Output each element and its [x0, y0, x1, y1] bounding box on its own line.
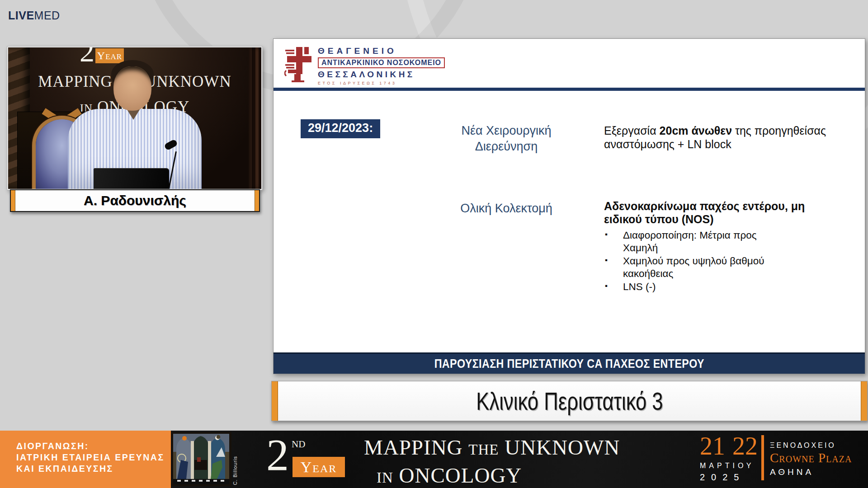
slide-header-divider — [274, 88, 865, 91]
diagnosis-heading: Αδενοκαρκίνωμα παχέος εντέρου, μη ειδικο… — [604, 200, 821, 226]
speaker-video-panel: 2 Year MAPPING THE UNKNOWN IN ONCOLOGY — [7, 47, 262, 190]
slide-caption-bar: Κλινικό Περιστατικό 3 — [271, 381, 868, 421]
conference-title-line2: IN ONCOLOGY — [377, 463, 620, 488]
backdrop-word-mapping: MAPPING — [38, 73, 113, 90]
event-dates: 21 22 ΜΑΡΤΙΟΥ 2025 — [700, 433, 754, 483]
result-row1-pre: Εξεργασία — [604, 124, 660, 137]
speaker-face — [113, 66, 151, 111]
title-word-unknown: UNKNOWN — [505, 436, 620, 459]
event-year: 2025 — [700, 472, 754, 483]
diagnosis-bullet: LNS (-) — [604, 281, 794, 293]
slide-footer-title: ΠΑΡΟΥΣΙΑΣΗ ΠΕΡΙΣΤΑΤΙΚΟΥ CA ΠΑΧΕΟΣ ΕΝΤΕΡΟ… — [434, 357, 704, 371]
organizer-line1: ΙΑΤΡΙΚΗ ΕΤΑΙΡΕΙΑ ΕΡΕΥΝΑΣ — [16, 452, 171, 463]
organizer-label: ΔΙΟΡΓΑΝΩΣΗ: — [16, 441, 171, 452]
badge-year-box: Year — [292, 457, 345, 477]
livemed-logo: LIVEMED — [8, 9, 60, 22]
result-row1: Εξεργασία 20cm άνωθεν της προηγηθείσας α… — [604, 124, 835, 151]
speaker-nameplate: Α. Ραδουνισλής — [10, 189, 260, 212]
presentation-slide: ΘΕΑΓΕΝΕΙΟ ΑΝΤΙΚΑΡΚΙΝΙΚΟ ΝΟΣΟΚΟΜΕΙΟ ΘΕΣΣΑ… — [273, 38, 865, 374]
title-word-oncology: ONCOLOGY — [399, 464, 522, 487]
event-venue: ΞΕΝΟΔΟΧΕΙΟ Crowne Plaza ΑΘΗΝΑ — [770, 441, 852, 477]
procedure-row2: Ολική Κολεκτομή — [443, 201, 570, 216]
venue-name: Crowne Plaza — [770, 450, 852, 465]
hospital-name: ΘΕΑΓΕΝΕΙΟ — [318, 46, 445, 56]
venue-city: ΑΘΗΝΑ — [770, 467, 852, 477]
hospital-founded: ΕΤΟΣ ΙΔΡΥΣΕΩΣ 1743 — [318, 81, 445, 85]
hospital-logo: ΘΕΑΓΕΝΕΙΟ ΑΝΤΙΚΑΡΚΙΝΙΚΟ ΝΟΣΟΚΟΜΕΙΟ ΘΕΣΣΑ… — [284, 46, 445, 85]
badge-ordinal: ND — [292, 439, 305, 450]
title-word-mapping: MAPPING — [364, 436, 463, 459]
event-days: 21 22 — [700, 433, 754, 459]
event-day2: 22 — [732, 433, 758, 459]
speaker-laptop — [94, 168, 169, 189]
organizer-block: ΔΙΟΡΓΑΝΩΣΗ: ΙΑΤΡΙΚΗ ΕΤΑΙΡΕΙΑ ΕΡΕΥΝΑΣ ΚΑΙ… — [0, 431, 171, 488]
backdrop-year-badge: Year — [95, 48, 124, 63]
date-badge: 29/12/2023: — [301, 119, 380, 138]
event-day1: 21 — [700, 433, 725, 459]
hospital-type: ΑΝΤΙΚΑΡΚΙΝΙΚΟ ΝΟΣΟΚΟΜΕΙΟ — [318, 57, 445, 68]
event-divider-line — [761, 435, 764, 480]
result-row1-bold: 20cm άνωθεν — [660, 124, 732, 137]
venue-label: ΞΕΝΟΔΟΧΕΙΟ — [770, 441, 852, 450]
slide-caption-text: Κλινικό Περιστατικό 3 — [476, 386, 663, 416]
procedure-row1-line2: Διερεύνηση — [443, 139, 570, 155]
backdrop-word-unknown: UNKNOWN — [145, 73, 231, 90]
hospital-logo-text: ΘΕΑΓΕΝΕΙΟ ΑΝΤΙΚΑΡΚΙΝΙΚΟ ΝΟΣΟΚΟΜΕΙΟ ΘΕΣΣΑ… — [318, 46, 445, 85]
event-month: ΜΑΡΤΙΟΥ — [700, 462, 754, 470]
speaker-name: Α. Ραδουνισλής — [84, 193, 186, 208]
diagnosis-bullet-list: Διαφοροποίηση: Μέτρια προς Χαμηλή Χαμηλο… — [604, 229, 794, 293]
second-year-badge: 2 ND Year — [266, 434, 352, 485]
procedure-row1-line1: Νέα Χειρουργική — [443, 123, 570, 139]
slide-footer-bar: ΠΑΡΟΥΣΙΑΣΗ ΠΕΡΙΣΤΑΤΙΚΟΥ CA ΠΑΧΕΟΣ ΕΝΤΕΡΟ… — [274, 352, 865, 374]
hospital-cross-icon — [284, 46, 313, 83]
diagnosis-bullet: Χαμηλού προς υψηλού βαθμού κακοήθειας — [604, 255, 794, 280]
title-word-in: IN — [377, 469, 393, 486]
painting-artwork — [171, 432, 231, 486]
livemed-logo-live: LIVE — [8, 9, 34, 22]
stage-curtain — [249, 47, 261, 189]
organizer-line2: ΚΑΙ ΕΚΠΑΙΔΕΥΣΗΣ — [16, 463, 171, 474]
webcast-page: LIVEMED 2 Year MAPPING THE UNKNOWN IN ON… — [0, 0, 868, 488]
conference-title-line1: MAPPING THE UNKNOWN — [364, 435, 620, 460]
backdrop-2nd-year-numeral: 2 — [80, 47, 94, 66]
procedure-row1: Νέα Χειρουργική Διερεύνηση — [443, 123, 570, 155]
conference-footer: ΔΙΟΡΓΑΝΩΣΗ: ΙΑΤΡΙΚΗ ΕΤΑΙΡΕΙΑ ΕΡΕΥΝΑΣ ΚΑΙ… — [0, 431, 868, 488]
livemed-logo-med: MED — [34, 9, 60, 22]
conference-title: MAPPING THE UNKNOWN IN ONCOLOGY — [364, 435, 620, 488]
hospital-city: ΘΕΣΣΑΛΟΝΙΚΗΣ — [318, 70, 445, 80]
diagnosis-bullet: Διαφοροποίηση: Μέτρια προς Χαμηλή — [604, 229, 794, 254]
painting-credit: C. Billouris — [232, 456, 238, 485]
badge-numeral: 2 — [266, 434, 289, 476]
conference-painting — [171, 432, 231, 486]
title-word-the: THE — [468, 441, 499, 458]
result-row2: Αδενοκαρκίνωμα παχέος εντέρου, μη ειδικο… — [604, 200, 821, 294]
